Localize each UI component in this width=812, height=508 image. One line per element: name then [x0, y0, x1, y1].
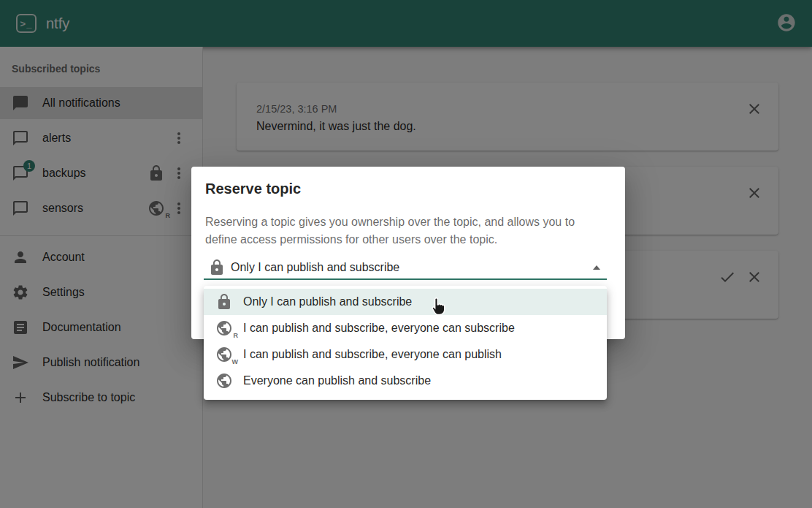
- globe-write-icon: W: [215, 346, 233, 363]
- menu-item-label: Everyone can publish and subscribe: [243, 374, 431, 387]
- access-permission-select[interactable]: Only I can publish and subscribe: [204, 256, 607, 280]
- menu-item-label: Only I can publish and subscribe: [243, 295, 412, 308]
- chevron-up-icon: [593, 265, 600, 270]
- read-letter: R: [234, 332, 239, 339]
- menu-item-everyone-can-subscribe[interactable]: R I can publish and subscribe, everyone …: [204, 315, 607, 341]
- lock-icon: [215, 293, 233, 311]
- menu-item-only-me[interactable]: Only I can publish and subscribe: [204, 289, 607, 315]
- select-value: Only I can publish and subscribe: [231, 261, 399, 274]
- menu-item-label: I can publish and subscribe, everyone ca…: [243, 348, 502, 361]
- menu-item-everyone[interactable]: Everyone can publish and subscribe: [204, 368, 607, 394]
- menu-item-everyone-can-publish[interactable]: W I can publish and subscribe, everyone …: [204, 341, 607, 368]
- lock-icon: [208, 259, 226, 276]
- globe-read-icon: R: [215, 319, 233, 337]
- dialog-title: Reserve topic: [205, 181, 301, 197]
- globe-icon: [215, 372, 233, 390]
- write-letter: W: [232, 358, 239, 365]
- access-permission-menu: Only I can publish and subscribe R I can…: [204, 286, 607, 400]
- dialog-description: Reserving a topic gives you ownership ov…: [205, 213, 603, 249]
- menu-item-label: I can publish and subscribe, everyone ca…: [243, 322, 515, 335]
